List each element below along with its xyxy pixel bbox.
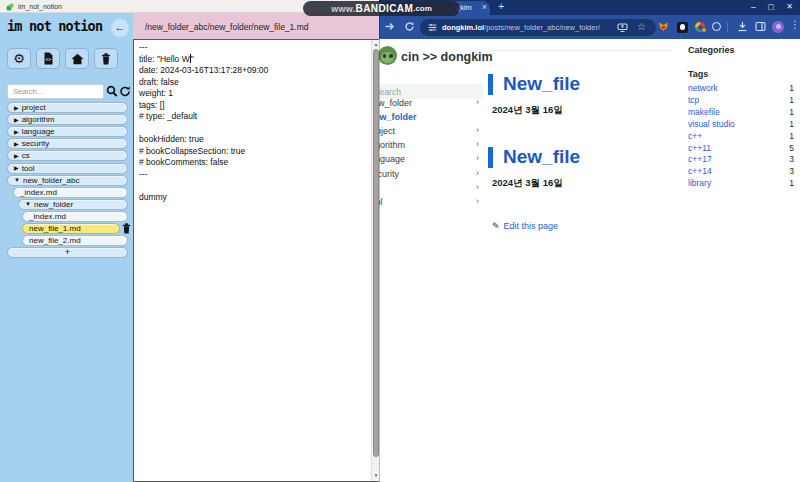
tree-item-label: new_folder [34, 200, 73, 209]
tag-link[interactable]: c++14 [688, 166, 712, 176]
profile-avatar[interactable] [772, 21, 784, 33]
tree-item-new_folder[interactable]: ▼new_folder [18, 199, 128, 210]
share-icon[interactable] [617, 22, 628, 32]
maximize-button[interactable]: ▢ [768, 3, 775, 13]
metamask-extension-icon[interactable] [658, 21, 669, 32]
folder-arrow-icon: ▶ [14, 129, 19, 135]
site-search-input[interactable] [366, 84, 483, 99]
categories-heading: Categories [688, 45, 735, 55]
tags-heading: Tags [688, 69, 708, 79]
url-domain: dongkim.lol [442, 23, 484, 32]
site-info-icon[interactable] [428, 23, 437, 32]
new-tab-button[interactable]: + [498, 0, 504, 12]
tree-item-tool[interactable]: ▶tool [7, 163, 128, 174]
address-bar[interactable]: dongkim.lol/posts/new_folder_abc/new_fol… [420, 19, 656, 36]
tree-item-label: + [65, 247, 70, 257]
tree-item-label: new_folder_abc [23, 176, 79, 185]
tag-link[interactable]: c++ [688, 131, 702, 141]
forward-icon[interactable] [384, 21, 395, 32]
chevron-right-icon[interactable]: › [476, 153, 479, 163]
tag-count: 1 [789, 95, 794, 105]
pencil-icon: ✎ [492, 221, 500, 231]
tag-link[interactable]: c++11 [688, 143, 711, 153]
site-logo[interactable] [378, 46, 397, 65]
delete-file-icon[interactable] [122, 223, 132, 234]
tag-row: network1 [688, 83, 795, 94]
editor-line: # bookCollapseSection: true [139, 146, 369, 158]
tag-count: 3 [789, 154, 794, 164]
tree-item-label: algorithm [22, 115, 55, 124]
tag-row: library1 [688, 178, 795, 189]
folder-arrow-icon: ▶ [14, 153, 19, 159]
folder-arrow-icon: ▶ [14, 117, 19, 123]
edit-this-page-link[interactable]: ✎Edit this page [492, 221, 558, 231]
editor-line [139, 123, 369, 135]
editor-line: # bookComments: false [139, 157, 369, 169]
editor-panel: /new_folder_abc/new_folder/new_file_1.md… [133, 13, 379, 482]
scroll-down-icon[interactable]: ▼ [372, 471, 380, 480]
tag-count: 1 [789, 107, 794, 117]
tree-item-label: _index.md [20, 188, 57, 197]
bookmark-star-icon[interactable]: ☆ [637, 21, 646, 32]
folder-arrow-icon: ▶ [14, 141, 19, 147]
close-button[interactable]: ✕ [786, 2, 793, 12]
bandicam-watermark: www.BANDICAM.com [303, 1, 460, 16]
url-path: /posts/new_folder_abc/new_folder/ [484, 23, 600, 32]
tag-count: 5 [789, 143, 794, 153]
recorder-extension-icon[interactable] [677, 22, 688, 33]
reload-icon[interactable] [404, 21, 415, 32]
browser-menu-icon[interactable]: ⋮ [790, 19, 800, 30]
tree-item-new_file_1md[interactable]: new_file_1.md [22, 223, 120, 234]
tag-link[interactable]: makefile [688, 107, 720, 117]
downloads-icon[interactable] [737, 21, 748, 32]
window-controls: – ▢ ✕ [751, 2, 793, 12]
tree-item-algorithm[interactable]: ▶algorithm [7, 114, 128, 125]
editor-line: title: "Hello W" [139, 54, 369, 66]
editor-line [139, 180, 369, 192]
side-panel-icon[interactable] [755, 21, 766, 32]
tree-item-new_folder_abc[interactable]: ▼new_folder_abc [7, 175, 128, 186]
tag-link[interactable]: c++17 [688, 154, 712, 164]
tree-item-language[interactable]: ▶language [7, 126, 128, 137]
tree-item-_indexmd[interactable]: _index.md [22, 211, 128, 222]
editor-line: # type: _default [139, 111, 369, 123]
chevron-right-icon[interactable]: › [476, 139, 479, 149]
screen: gkim × + – ▢ ✕ dongkim.lol/posts/new_fo [0, 0, 800, 482]
tag-count: 3 [789, 166, 794, 176]
chevron-right-icon[interactable]: › [476, 168, 479, 178]
chevron-right-icon[interactable]: › [476, 182, 479, 192]
tag-link[interactable]: tcp [688, 95, 699, 105]
tag-link[interactable]: library [688, 178, 711, 188]
editor-scrollbar[interactable]: ▲ ▼ [371, 40, 379, 481]
editor-line: dummy [139, 192, 369, 204]
scroll-up-icon[interactable]: ▲ [372, 40, 380, 49]
editor-header: /new_folder_abc/new_folder/new_file_1.md [133, 13, 379, 39]
chevron-right-icon[interactable]: › [476, 97, 479, 107]
minimize-button[interactable]: – [751, 2, 756, 12]
site-title[interactable]: cin >> dongkim [401, 50, 493, 64]
tree-item-_indexmd[interactable]: _index.md [13, 187, 128, 198]
tag-link[interactable]: network [688, 83, 718, 93]
folder-arrow-icon: ▶ [14, 105, 19, 111]
chevron-right-icon[interactable]: › [476, 196, 479, 206]
tree-item-cs[interactable]: ▶cs [7, 150, 128, 161]
tag-link[interactable]: visual studio [688, 119, 735, 129]
editor-line: --- [139, 169, 369, 181]
tree-item-new_file_2md[interactable]: new_file_2.md [22, 235, 128, 246]
tree-item-project[interactable]: ▶project [7, 102, 128, 113]
extension-ring-icon[interactable] [712, 22, 721, 31]
tree-item-label: cs [22, 151, 30, 160]
markdown-editor[interactable]: ---title: "Hello W"date: 2024-03-16T13:1… [133, 39, 379, 482]
tab-close-icon[interactable]: × [482, 2, 487, 12]
web-page: cin >> dongkim new_folder›New_folderproj… [352, 39, 800, 482]
url-text: dongkim.lol/posts/new_folder_abc/new_fol… [442, 23, 600, 32]
chevron-right-icon[interactable]: › [476, 125, 479, 135]
editor-line: bookHidden: true [139, 134, 369, 146]
tree-item-security[interactable]: ▶security [7, 138, 128, 149]
post-date: 2024년 3월 16일 [492, 104, 563, 117]
tag-row: visual studio1 [688, 119, 795, 130]
scrollbar-thumb[interactable] [373, 49, 379, 457]
tree-item-label: tool [22, 164, 35, 173]
tree-add-button[interactable]: + [7, 247, 128, 258]
editor-line: weight: 1 [139, 88, 369, 100]
